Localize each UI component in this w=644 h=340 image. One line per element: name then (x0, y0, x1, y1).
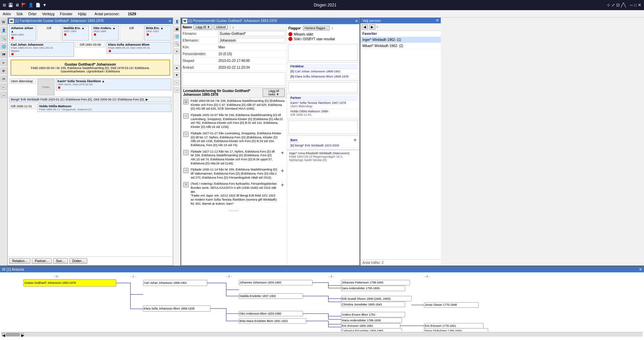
nav-icon-list[interactable]: ≡ (174, 49, 180, 54)
nav-icon-left[interactable]: ← (174, 80, 180, 85)
scroll-thumb[interactable] (6, 333, 20, 336)
window-controls[interactable]: ⊹ ⤢ ⊡ ╱╲ ─ □ ✕ (607, 3, 641, 7)
levnad-icon-3: → (183, 132, 189, 137)
sidebar-icon-1[interactable]: W (1, 19, 7, 25)
nav-icon-down[interactable]: ▼ (174, 72, 180, 78)
johanne-johan-box[interactable]: Johanne Johan ▲ 1833-1883 (9, 25, 36, 41)
app-title: Disgen 2021 (43, 3, 607, 7)
nav-icon-search[interactable]: 🔍 (174, 41, 180, 47)
karin-box[interactable]: Karin* Sofia Teresia Åkerblom ▲ 1897-08-… (56, 78, 171, 90)
svg-text:- 4 -: - 4 - (424, 274, 430, 278)
svg-text:- 1 -: - 1 - (130, 274, 136, 278)
sidebar-icon-9[interactable]: ← (1, 84, 7, 90)
barn-header: Barn + (289, 137, 357, 143)
efternamn-input[interactable] (218, 38, 285, 43)
antavla-content: - 0 - - 1 - - 2 - - 3 - - 4 - Gustav Got… (0, 272, 644, 340)
nav-icon-person[interactable]: 👤 (174, 19, 180, 24)
gift-1930-label: Gift 1930-11-01 (9, 104, 36, 109)
menu-fonster[interactable]: Fönster (58, 11, 74, 17)
family-grid: Johanne Johan ▲ 1833-1883 Gift Matilda E… (8, 24, 173, 256)
levnad-ellipsis: ……… (181, 207, 287, 212)
barn-1-entry[interactable]: [B] Bengt* Erik Winbladh 1923-2009 (289, 143, 357, 148)
favoriter-label: Favoriter (360, 31, 441, 37)
bengt-row[interactable]: Bengt* Erik Winbladh Född 1923-01-22 i E… (9, 97, 171, 102)
levnad-entry-2: → Flyttade 1925-10-07 från Nr 239, Eskil… (181, 112, 287, 131)
son-button[interactable]: Son... (53, 258, 68, 264)
valj-back-button[interactable]: ◀ (362, 24, 368, 29)
sidebar-icon-5[interactable]: 🗺 (1, 51, 7, 58)
notes-textarea[interactable] (183, 72, 285, 86)
levnad-entry-1: 🏠 Född 1893-05-04 i Nr 239, Eskilstuna S… (181, 98, 287, 112)
svg-text:Eric Ericsson 1776-1831: Eric Ericsson 1776-1831 (425, 324, 456, 327)
title-icons: ⊞ 💾 🖥 🚩 👤 📄 ▼ (3, 3, 43, 7)
add-notis-button[interactable]: Lägg till Notis ▼ (263, 89, 285, 97)
menu-orter[interactable]: Orter (27, 11, 38, 17)
menu-sok[interactable]: Sök (15, 11, 24, 17)
hulda-box[interactable]: Hulda Ottilia Mattsson Född 1898-06-17 i… (38, 104, 171, 112)
valj-person-2[interactable]: Mikael* Winbladh 1962- (2) (360, 43, 441, 49)
relation-button[interactable]: Relation... (9, 258, 30, 264)
nav-icon-family[interactable]: 👨‍👩‍👦 (174, 26, 180, 32)
scroll-left-btn[interactable]: ◀ (2, 333, 5, 336)
family-panel-header: W[1] Familjeöversikt Gustav Gotthard* Jo… (8, 18, 173, 24)
menu-arkiv[interactable]: Arkiv (1, 11, 12, 17)
scroll-right-btn[interactable]: ▶ (21, 333, 24, 336)
valj-panel-close[interactable]: ✕ (436, 18, 439, 23)
otto-anders-box[interactable]: Otto Anders. ▲ 1833-1880 (92, 25, 119, 41)
detail-panel-header: W[1] Personöversikt Gustav Gotthard* Joh… (181, 18, 359, 24)
levnad-plus-6[interactable]: + (280, 182, 285, 188)
sidebar-icon-10[interactable]: → (1, 92, 7, 98)
center-person-box[interactable]: Gustav Gotthard* Johansson Född 1893-05-… (10, 60, 170, 76)
levnad-plus-4[interactable]: + (280, 150, 285, 156)
flags-notes-textarea[interactable] (288, 44, 358, 61)
menubar: Arkiv Sök Orter Verktyg Fönster Hjälp An… (0, 10, 644, 18)
person-count-label: Antal personer: (93, 11, 121, 17)
fornamn-input[interactable] (218, 31, 285, 36)
barn-add-button[interactable]: + (353, 137, 357, 143)
nav-icon-up[interactable]: ▲ (174, 65, 180, 70)
gift1-box: Gift (37, 25, 61, 41)
parent-1-entry[interactable]: [B] Carl Johan Johansson 1868-1901 (289, 69, 357, 74)
valj-panel-header: Valj person ✕ (360, 18, 441, 23)
brita-box[interactable]: Brita Ers. ▲ 1831-1922 (144, 25, 171, 41)
antavla-close[interactable]: ✕ (639, 267, 642, 272)
levnad-plus-5[interactable]: + (280, 168, 285, 174)
detail-panel-close[interactable]: ✕ (355, 19, 358, 23)
sidebar-icon-6[interactable]: ≡ (1, 60, 7, 66)
gift2-box: Gift (120, 25, 143, 41)
nav-icon-globe[interactable]: 🌐 (174, 34, 180, 39)
partner-row-1: Utom äktenskap Photo Karin* Sofia Teresi… (9, 78, 171, 95)
svg-text:Jonas Olsson 1770-1848: Jonas Olsson 1770-1848 (425, 303, 457, 307)
dotter-button[interactable]: Dotter... (69, 258, 87, 264)
menu-hjalp[interactable]: Hjälp (76, 11, 88, 17)
valj-person-1[interactable]: Inger* Winbladh 1962- (1) (360, 37, 441, 43)
partner-button[interactable]: Partner... (32, 258, 52, 264)
matilda-box[interactable]: Matilda Ers. ▲ 1837-1903 (62, 25, 89, 41)
lagg-till-button[interactable]: Lägg till ▼ (193, 25, 212, 29)
menu-verktyg[interactable]: Verktyg (41, 11, 56, 17)
levnad-section: Levnadsbeskrivning för Gustav Gotthard* … (181, 87, 287, 212)
carl-johan-box[interactable]: Carl Johan Johansson Född 1868-04-04. Dö… (9, 42, 74, 57)
klara-box[interactable]: Klara Sofia Johansson Blom Född 1868-05-… (106, 42, 171, 54)
valj-count: Antal träffar: 2 (360, 259, 441, 266)
extra-person-section: Inger* Anna Elisabeth Winbladh (Marcusso… (287, 150, 359, 163)
sidebar-icon-3[interactable]: 🔍 (1, 35, 7, 41)
parent-2-entry[interactable]: [B] Klara Sofia Johansson Blom 1868-1939 (289, 74, 357, 79)
levnad-entry-3: → Flyttade 1927-01-27 från Levinsberg, S… (181, 131, 287, 149)
sidebar-icon-2[interactable]: 👤 (1, 27, 7, 33)
partner-notes[interactable] (288, 120, 358, 134)
sidebar-icon-4[interactable]: 🌐 (1, 43, 7, 49)
andrad-row: Ändrad: 2020-02-22 11:20:34 (181, 64, 287, 71)
flag-dot-2 (288, 37, 292, 41)
family-panel-close[interactable]: ✕ (168, 19, 171, 23)
valj-forward-button[interactable]: ▶ (369, 24, 375, 29)
sidebar-icon-7[interactable]: ⚙ (1, 68, 7, 74)
grandparents-row: Johanne Johan ▲ 1833-1883 Gift Matilda E… (9, 25, 171, 41)
sidebar-icon-8[interactable]: ⟳ (1, 76, 7, 82)
parents-row: Carl Johan Johansson Född 1868-04-04. Dö… (9, 42, 171, 57)
antavla-scrollbar[interactable]: ◀ ▶ (1, 332, 643, 337)
manage-flags-button[interactable]: Hantera flaggor... (303, 26, 330, 30)
utskod-button[interactable]: Utskod (214, 25, 228, 29)
parents-notes[interactable] (288, 82, 358, 92)
nav-icon-right[interactable]: → (174, 87, 180, 93)
